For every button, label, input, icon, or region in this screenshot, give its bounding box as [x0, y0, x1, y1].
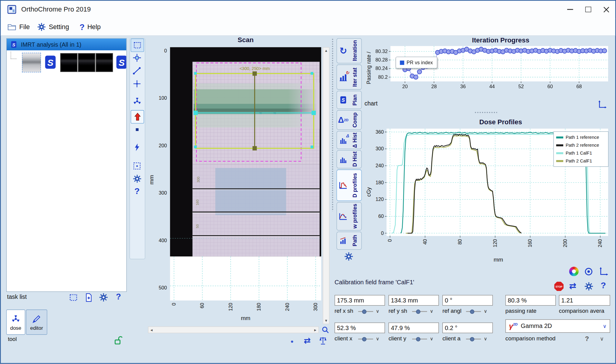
roi-size-label: <300, 250> mm	[240, 66, 270, 71]
scan-canvas[interactable]: <300, 250> mm ≈ ≈ 300 160 50 01002003004…	[146, 44, 332, 341]
client-angle-slider[interactable]	[466, 337, 481, 342]
swap-comparison-icon[interactable]: ⇄	[569, 281, 577, 291]
client-y-field[interactable]: 47.9 %	[389, 322, 439, 333]
scan-help-button[interactable]: ?	[131, 185, 143, 198]
maximize-button[interactable]	[579, 1, 597, 18]
lock-open-icon[interactable]	[113, 335, 124, 346]
tab-path[interactable]: Path	[337, 232, 362, 250]
tab-settings-gear-icon[interactable]	[344, 252, 353, 261]
comparison-method-dropdown[interactable]: γ2D Gamma 2D ∨	[505, 319, 610, 333]
scan-x-axis-label: mm	[241, 315, 250, 321]
point-tool-button[interactable]	[131, 123, 143, 136]
tab-dose-hist[interactable]: D Hist	[337, 150, 362, 169]
ref-y-shift-slider[interactable]	[412, 309, 427, 314]
thumbnail-film-selected[interactable]	[22, 53, 41, 72]
menu-setting[interactable]: Setting	[35, 21, 71, 33]
select-region-button[interactable]	[68, 292, 79, 303]
menu-help[interactable]: ? Help	[77, 21, 103, 33]
comparison-help-icon[interactable]: ?	[601, 280, 606, 291]
add-task-button[interactable]	[83, 292, 94, 303]
minimize-button[interactable]	[561, 1, 579, 18]
dose-tool-caption: tool	[8, 336, 17, 342]
tab-plan[interactable]: Plan	[337, 91, 362, 109]
orientation-arrow-button[interactable]	[131, 110, 144, 123]
svg-text:300: 300	[313, 303, 318, 311]
client-x-slider[interactable]	[358, 337, 373, 342]
stop-button[interactable]: STOP	[554, 282, 564, 291]
axes-icon[interactable]	[599, 267, 608, 276]
ref-angle-chevron-icon[interactable]: ∨	[484, 308, 487, 314]
thumbnail-dark-3[interactable]	[96, 53, 113, 72]
dose-tool-button[interactable]: dose	[6, 309, 25, 335]
client-angle-chevron-icon[interactable]: ∨	[484, 336, 487, 341]
thumbnail-document-2[interactable]	[114, 53, 126, 71]
calibration-title: Calibration field frame 'CalF1'	[335, 279, 414, 286]
horizontal-splitter[interactable]	[474, 111, 497, 114]
thumbnail-dark-2[interactable]	[78, 53, 95, 72]
swap-icon[interactable]: ⇄	[304, 336, 311, 345]
ref-angle-slider[interactable]	[466, 309, 481, 314]
tab-iter-stat[interactable]: ↻ Iter stat	[337, 65, 362, 90]
roi-tool-button[interactable]	[131, 160, 143, 172]
iteration-legend[interactable]: PR vs index	[396, 57, 437, 68]
vertical-splitter[interactable]	[332, 38, 334, 211]
line-tool-button[interactable]	[131, 65, 143, 77]
crop-tool-button[interactable]	[131, 52, 143, 64]
ref-y-shift-field[interactable]: 134.3 mm	[389, 295, 439, 306]
menu-file[interactable]: File	[5, 21, 32, 33]
client-y-slider[interactable]	[412, 337, 427, 342]
tab-iteration[interactable]: ↻ Iteration	[337, 38, 362, 63]
scan-settings-button[interactable]	[131, 172, 143, 185]
svg-text:80.24: 80.24	[375, 65, 388, 71]
svg-text:80: 80	[457, 239, 463, 245]
ref-x-chevron-icon[interactable]: ∨	[376, 308, 379, 314]
ref-x-shift-field[interactable]: 175.3 mm	[335, 295, 385, 306]
scales-icon[interactable]	[318, 336, 328, 345]
thumbnail-document[interactable]	[42, 53, 58, 71]
task-item-selected[interactable]: IMRT analysis (All in 1)	[7, 38, 126, 50]
tab-dose-profiles[interactable]: D profiles	[337, 169, 362, 201]
select-tool-button[interactable]	[131, 38, 144, 52]
scroll-down-icon[interactable]: ▼	[323, 319, 329, 322]
svg-text:20: 20	[402, 84, 408, 89]
client-y-chevron-icon[interactable]: ∨	[430, 336, 433, 341]
axes-reset-icon[interactable]	[597, 100, 607, 109]
ref-x-shift-slider[interactable]	[358, 309, 373, 314]
ref-angle-field[interactable]: 0 °	[443, 295, 493, 306]
client-x-chevron-icon[interactable]: ∨	[376, 336, 379, 341]
dose-legend[interactable]: Path 1 referencePath 2 referencePath 1 C…	[554, 131, 609, 167]
color-wheel-icon[interactable]	[569, 267, 579, 276]
tab-delta-hist[interactable]: Δ Δ Hist	[337, 131, 362, 149]
svg-text:300: 300	[159, 190, 167, 195]
tab-comparison[interactable]: Δ2D Comp	[337, 110, 362, 130]
zoom-magnifier-button[interactable]	[321, 326, 330, 335]
scan-horizontal-scrollbar[interactable]: ◄ ►	[148, 326, 319, 333]
scroll-up-icon[interactable]: ▲	[323, 49, 329, 53]
target-icon[interactable]	[584, 267, 594, 276]
thumbnail-dark-1[interactable]	[60, 53, 78, 72]
client-angle-field[interactable]: 0.2 °	[443, 322, 493, 333]
dose-mode-button[interactable]	[131, 95, 143, 108]
svg-text:80.2: 80.2	[378, 74, 388, 80]
delta-histogram-icon: Δ	[338, 135, 348, 145]
auto-process-button[interactable]	[131, 141, 143, 154]
close-button[interactable]	[597, 1, 615, 18]
method-help-icon[interactable]: ?	[585, 335, 589, 343]
passing-rate-label: passing rate	[505, 308, 537, 314]
method-expand-chevron-icon[interactable]: ∨	[600, 336, 604, 342]
comparison-settings-gear-icon[interactable]	[584, 282, 594, 291]
app-icon	[7, 5, 16, 14]
scan-vertical-scrollbar[interactable]: ▲ ▼	[323, 47, 329, 324]
task-help-button[interactable]: ?	[113, 291, 124, 302]
task-settings-button[interactable]	[98, 292, 109, 303]
editor-button[interactable]: editor	[26, 309, 47, 335]
svg-text:68: 68	[576, 84, 582, 89]
svg-text:100: 100	[159, 95, 167, 101]
scroll-left-icon[interactable]: ◄	[149, 328, 154, 332]
ref-y-chevron-icon[interactable]: ∨	[430, 308, 433, 314]
tab-w-profiles[interactable]: w profiles	[337, 202, 362, 230]
client-x-field[interactable]: 52.3 %	[335, 322, 385, 333]
scroll-right-icon[interactable]: ►	[313, 328, 318, 332]
crosshair-tool-button[interactable]	[131, 78, 143, 90]
svg-text:240: 240	[375, 163, 384, 168]
